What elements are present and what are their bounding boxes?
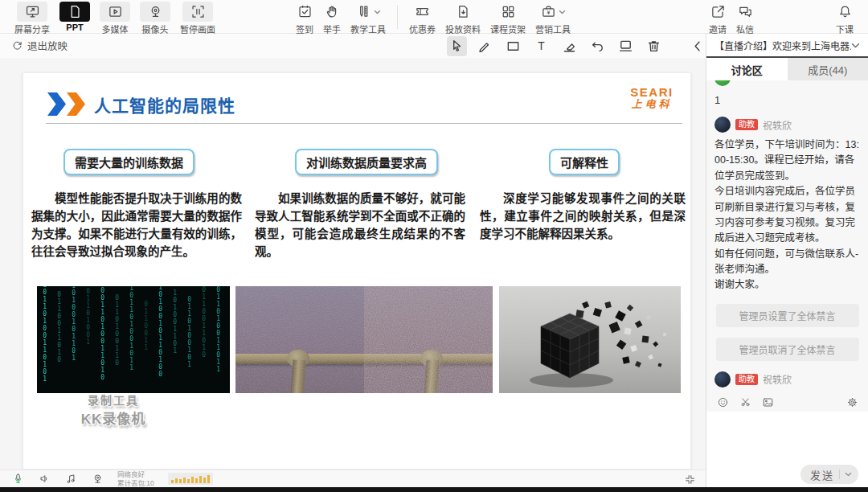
chevron-down-icon — [851, 43, 860, 48]
toolbar-item-coupon[interactable]: 优惠券 — [409, 2, 436, 35]
sender-name: 祝轶欣 — [763, 118, 792, 132]
cut-button[interactable] — [739, 396, 751, 408]
toolbar-item-course-shelf[interactable]: 课程货架 — [490, 2, 526, 35]
ppt-icon: P — [59, 2, 90, 22]
marketing-tools-icon: ¥ — [541, 2, 566, 22]
smiley-icon — [717, 396, 729, 408]
toolbar-item-ppt[interactable]: P PPT — [59, 2, 90, 32]
pause-screen-icon — [182, 2, 213, 22]
toolbar-item-private-message[interactable]: 私信 — [736, 2, 754, 35]
materials-icon — [456, 2, 471, 22]
text-icon: T — [534, 39, 549, 54]
packet-loss-label: 累计丢包:10 — [117, 479, 154, 487]
screen-share-icon — [17, 2, 47, 22]
background-music-button[interactable] — [64, 473, 77, 486]
toolbar-item-teaching-tools[interactable]: 教学工具 — [350, 2, 386, 35]
send-divider — [839, 469, 840, 479]
toolbar-divider — [397, 5, 398, 29]
clear-board-icon — [618, 39, 633, 54]
avatar — [714, 117, 731, 133]
toolbar-item-materials[interactable]: 投放资料 — [445, 2, 481, 35]
rectangle-tool[interactable] — [503, 36, 523, 56]
chat-message-list[interactable]: 1 助教 祝轶欣 各位学员，下午培训时间为：13:00-15:30。课程已经开始… — [706, 80, 868, 392]
toolbar-item-multimedia[interactable]: 多媒体 — [100, 2, 130, 35]
assistant-badge: 助教 — [735, 374, 758, 385]
restart-circle-icon — [11, 39, 23, 51]
send-button[interactable]: 发送 — [800, 465, 858, 484]
pencil-icon — [477, 39, 493, 54]
title-underline — [46, 123, 682, 124]
tab-discussion[interactable]: 讨论区 — [706, 58, 788, 80]
sidebar-tabs: 讨论区 成员(44) — [706, 58, 868, 80]
toolbar-item-invite[interactable]: 邀请 — [709, 2, 727, 35]
coupon-icon — [415, 2, 430, 22]
picture-icon — [762, 396, 774, 408]
clear-screen-tool[interactable] — [616, 36, 636, 56]
pen-tool[interactable] — [475, 36, 495, 56]
chat-message: 助教 祝轶欣 课间休息：14:09-14:19 — [714, 371, 860, 392]
toolbar-item-screen-share[interactable]: 屏幕分享 — [14, 2, 50, 35]
toolbar-item-check-in[interactable]: 签到 — [296, 2, 313, 35]
shattering-cube-image — [499, 286, 681, 393]
network-quality-label: 网络良好 — [117, 470, 145, 478]
microphone-toggle[interactable] — [11, 473, 24, 486]
title-chevron-icon — [67, 92, 85, 116]
top-toolbar: 屏幕分享 P PPT 多媒体 摄像头 — [0, 0, 868, 34]
recorder-watermark: 录制工具 KK录像机 — [45, 392, 182, 428]
select-tool[interactable] — [447, 36, 467, 56]
message-input[interactable] — [706, 412, 868, 461]
chat-message: 助教 祝轶欣 各位学员，下午培训时间为：13:00-15:30。课程已经开始，请… — [714, 117, 860, 293]
session-group: 邀请 私信 下课 — [704, 2, 858, 35]
send-row: 发送 — [706, 461, 868, 487]
avatar — [714, 80, 731, 86]
toolbar-item-end-class[interactable]: 下课 — [836, 2, 854, 35]
course-shelf-icon — [501, 2, 516, 22]
limitation-body-1: 模型性能能否提升取决于训练用的数据集的大小，因此通常需要大量的数据作为支撑。如果… — [31, 190, 242, 260]
end-class-icon — [837, 2, 853, 22]
network-signal-bars — [168, 473, 213, 485]
trash-icon — [646, 39, 661, 54]
chat-sidebar: 【直播介绍】欢迎来到上海电器... 讨论区 成员(44) 1 助教 祝轶欣 各位… — [706, 34, 868, 487]
eraser-tool[interactable] — [559, 36, 579, 56]
toolbar-item-camera[interactable]: 摄像头 — [140, 2, 170, 35]
speaker-toggle[interactable] — [38, 473, 51, 486]
microphone-icon — [12, 473, 24, 485]
chevron-down-icon — [559, 10, 566, 14]
eraser-icon — [562, 39, 577, 54]
avatar — [714, 371, 731, 387]
sender-name: 祝轶欣 — [763, 372, 792, 386]
exit-projection-button[interactable]: 退出放映 — [11, 38, 68, 53]
undo-tool[interactable] — [588, 36, 608, 56]
live-intro-title: 【直播介绍】欢迎来到上海电器... — [714, 39, 851, 52]
assistant-badge: 助教 — [735, 119, 758, 130]
limitation-heading-1: 需要大量的训练数据 — [63, 149, 194, 175]
camera-icon — [140, 2, 170, 22]
toolbar-item-pause-screen[interactable]: 暂停画面 — [180, 2, 215, 35]
collapse-panel-button[interactable] — [683, 473, 696, 486]
toolbar-item-marketing-tools[interactable]: ¥ 营销工具 — [535, 2, 571, 35]
slide-title: 人工智能的局限性 — [94, 92, 235, 117]
send-options-chevron-icon[interactable] — [845, 472, 852, 477]
toolbar-item-label: PPT — [66, 23, 83, 32]
chat-input-toolbar — [706, 392, 868, 412]
limitation-body-3: 深度学习能够发现事件之间的关联性，建立事件之间的映射关系，但是深度学习不能解释因… — [480, 190, 686, 243]
status-bar: 网络良好 累计丢包:10 — [0, 469, 706, 487]
webcam-toggle[interactable] — [91, 473, 104, 486]
class-tools-group: 签到 举手 教学工具 优惠券 — [291, 2, 575, 35]
display-source-group: 屏幕分享 P PPT 多媒体 摄像头 — [10, 2, 220, 35]
text-tool[interactable]: T — [531, 36, 551, 56]
limitation-body-2: 如果训练数据的质量不够好，就可能导致人工智能系统学到不全面或不正确的模型，可能会… — [255, 190, 465, 260]
bottom-black-strip — [0, 487, 868, 492]
chat-settings-button[interactable] — [845, 396, 858, 408]
noisy-panel-left — [235, 286, 364, 393]
image-upload-button[interactable] — [761, 396, 774, 408]
emoji-button[interactable] — [716, 396, 729, 408]
matrix-image: 1011010011010101100110101101001011010110… — [37, 286, 230, 393]
live-intro-header[interactable]: 【直播介绍】欢迎来到上海电器... — [706, 34, 868, 58]
noisy-comparison-image — [235, 286, 493, 393]
tab-members[interactable]: 成员(44) — [788, 58, 868, 80]
svg-text:¥: ¥ — [547, 10, 550, 16]
delete-annotations-tool[interactable] — [644, 36, 664, 56]
toolbar-item-raise-hand[interactable]: 举手 — [323, 2, 341, 35]
scissors-icon — [739, 396, 751, 408]
